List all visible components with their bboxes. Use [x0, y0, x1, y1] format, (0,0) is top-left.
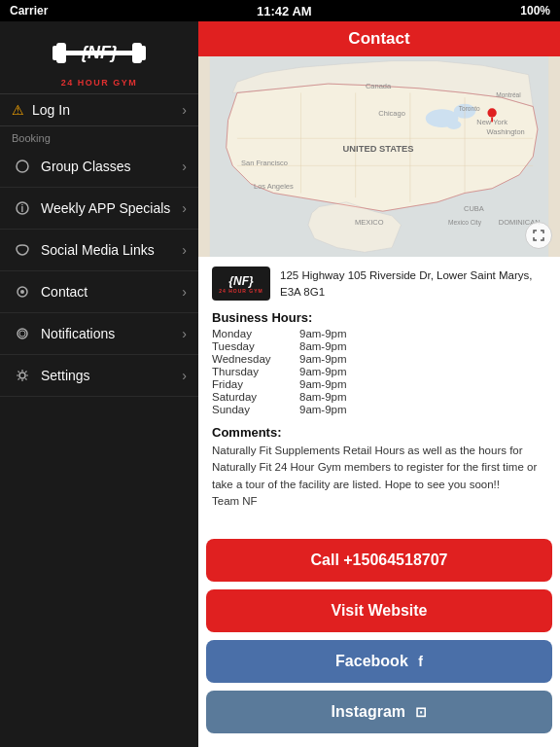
logo-subtitle: 24 HOUR GYM — [61, 78, 138, 88]
group-classes-chevron: › — [182, 159, 187, 174]
hours-time: 8am-9pm — [299, 340, 347, 352]
svg-text:Chicago: Chicago — [378, 109, 404, 118]
svg-point-13 — [19, 373, 25, 378]
hours-row: Saturday8am-9pm — [212, 391, 546, 403]
svg-text:{NF}: {NF} — [81, 43, 118, 62]
gym-logo-subtitle: 24 HOUR GYM — [219, 288, 262, 294]
sidebar-label-settings: Settings — [41, 368, 182, 383]
social-media-chevron: › — [182, 242, 187, 258]
info-section: {NF} 24 HOUR GYM 125 Highway 105 Riversi… — [198, 257, 560, 539]
hours-time: 9am-9pm — [299, 378, 347, 390]
sidebar-label-group-classes: Group Classes — [41, 159, 182, 174]
hours-row: Sunday9am-9pm — [212, 404, 546, 415]
login-label: Log In — [32, 102, 182, 118]
hours-row: Wednesday9am-9pm — [212, 353, 546, 365]
instagram-icon: ⊡ — [415, 704, 427, 720]
hours-day: Saturday — [212, 391, 299, 403]
hours-row: Monday9am-9pm — [212, 328, 546, 339]
sidebar: {NF} 24 HOUR GYM ⚠ Log In › Booking Grou… — [0, 21, 198, 747]
sidebar-item-group-classes[interactable]: Group Classes › — [0, 146, 198, 188]
hours-row: Thursday9am-9pm — [212, 366, 546, 377]
hours-day: Thursday — [212, 366, 299, 377]
gym-header: {NF} 24 HOUR GYM 125 Highway 105 Riversi… — [212, 267, 546, 301]
time-label: 11:42 AM — [257, 4, 312, 18]
sidebar-item-settings[interactable]: Settings › — [0, 355, 198, 397]
svg-point-39 — [487, 108, 496, 117]
svg-text:Montréal: Montréal — [496, 91, 521, 98]
svg-text:Canada: Canada — [366, 82, 392, 90]
svg-text:i: i — [21, 203, 24, 214]
hours-row: Tuesday8am-9pm — [212, 340, 546, 352]
gym-logo-nf: {NF} — [228, 274, 253, 288]
settings-icon — [12, 365, 33, 386]
booking-section-label: Booking — [0, 126, 198, 146]
hours-day: Friday — [212, 378, 299, 390]
gym-logo-small: {NF} 24 HOUR GYM — [212, 267, 270, 301]
map-expand-button[interactable] — [525, 222, 552, 249]
business-hours-title: Business Hours: — [212, 310, 546, 325]
sidebar-item-weekly-specials[interactable]: i Weekly APP Specials › — [0, 188, 198, 230]
content-area: Contact — [198, 21, 560, 747]
logo-dumbbells: {NF} — [52, 31, 146, 76]
sidebar-item-notifications[interactable]: Notifications › — [0, 313, 198, 355]
action-buttons: Call +15064518707 Visit Website Facebook… — [198, 539, 560, 747]
social-media-icon — [12, 239, 33, 261]
warning-icon: ⚠ — [12, 102, 24, 118]
sidebar-item-contact[interactable]: Contact › — [0, 271, 198, 313]
svg-text:MEXICO: MEXICO — [355, 218, 384, 227]
svg-point-12 — [19, 331, 25, 337]
gym-address: 125 Highway 105 Riverside Dr, Lower Sain… — [280, 267, 546, 299]
sidebar-label-weekly-specials: Weekly APP Specials — [41, 200, 182, 216]
main-layout: {NF} 24 HOUR GYM ⚠ Log In › Booking Grou… — [0, 21, 560, 747]
sidebar-logo: {NF} 24 HOUR GYM — [0, 21, 198, 93]
contact-icon — [12, 281, 33, 302]
svg-point-6 — [17, 160, 28, 172]
call-button[interactable]: Call +15064518707 — [206, 539, 552, 582]
notifications-icon — [12, 323, 33, 344]
settings-chevron: › — [182, 368, 187, 383]
login-chevron: › — [182, 102, 187, 118]
sidebar-label-contact: Contact — [41, 284, 182, 300]
facebook-button[interactable]: Facebook f — [206, 640, 552, 683]
svg-rect-2 — [52, 46, 58, 60]
svg-text:Los Angeles: Los Angeles — [254, 182, 294, 191]
hours-time: 9am-9pm — [299, 353, 347, 365]
sidebar-label-social-media: Social Media Links — [41, 242, 182, 258]
instagram-button[interactable]: Instagram ⊡ — [206, 691, 552, 733]
hours-time: 9am-9pm — [299, 328, 347, 339]
hours-day: Monday — [212, 328, 299, 339]
comments-section: Comments: Naturally Fit Supplements Reta… — [212, 425, 546, 510]
comments-title: Comments: — [212, 425, 546, 440]
svg-point-10 — [20, 290, 24, 294]
contact-chevron: › — [182, 284, 187, 300]
weekly-specials-icon: i — [12, 197, 33, 219]
business-hours: Business Hours: Monday9am-9pmTuesday8am-… — [212, 310, 546, 415]
notifications-chevron: › — [182, 326, 187, 341]
website-button[interactable]: Visit Website — [206, 589, 552, 632]
hours-day: Tuesday — [212, 340, 299, 352]
hours-time: 8am-9pm — [299, 391, 347, 403]
svg-point-21 — [446, 121, 461, 129]
battery-label: 100% — [520, 4, 550, 18]
logo-box: {NF} 24 HOUR GYM — [51, 35, 148, 84]
svg-text:UNITED STATES: UNITED STATES — [343, 144, 414, 154]
hours-row: Friday9am-9pm — [212, 378, 546, 390]
sidebar-login-item[interactable]: ⚠ Log In › — [0, 93, 198, 126]
svg-rect-4 — [140, 46, 146, 60]
svg-text:CUBA: CUBA — [464, 204, 484, 213]
hours-day: Wednesday — [212, 353, 299, 365]
map-container[interactable]: UNITED STATES Canada Chicago New York Wa… — [198, 56, 560, 257]
status-bar: Carrier 11:42 AM 100% — [0, 0, 560, 21]
carrier-label: Carrier — [10, 4, 48, 18]
hours-time: 9am-9pm — [299, 366, 347, 377]
sidebar-label-notifications: Notifications — [41, 326, 182, 341]
facebook-icon: f — [418, 654, 423, 669]
weekly-specials-chevron: › — [182, 200, 187, 216]
comments-text: Naturally Fit Supplements Retail Hours a… — [212, 443, 546, 510]
content-header: Contact — [198, 21, 560, 56]
group-classes-icon — [12, 156, 33, 177]
hours-time: 9am-9pm — [299, 404, 347, 415]
svg-text:Toronto: Toronto — [459, 105, 480, 112]
svg-text:San Francisco: San Francisco — [241, 159, 288, 167]
sidebar-item-social-media[interactable]: Social Media Links › — [0, 230, 198, 271]
